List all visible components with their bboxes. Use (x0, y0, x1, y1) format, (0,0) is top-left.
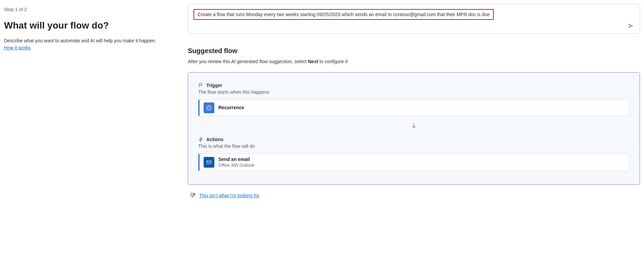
actions-header: Actions (198, 137, 630, 142)
not-looking-for-link[interactable]: This isn't what I'm looking for (199, 193, 259, 198)
subtitle-before: After you review this AI generated flow … (188, 59, 308, 64)
outlook-icon (204, 157, 214, 168)
actions-label: Actions (206, 137, 223, 142)
suggested-flow-title: Suggested flow (188, 47, 640, 55)
trigger-card-recurrence[interactable]: Recurrence (198, 99, 630, 116)
action-card-title: Send an email (218, 157, 254, 163)
step-indicator: Step 1 of 2 (4, 7, 177, 12)
flow-arrow (198, 122, 630, 130)
lightning-icon (198, 137, 204, 142)
page-subheading: Describe what you want to automate and A… (4, 38, 177, 44)
suggested-flow-panel: Trigger The flow starts when this happen… (188, 72, 640, 185)
prompt-text[interactable]: Create a flow that runs Monday every two… (194, 9, 494, 20)
send-button[interactable] (627, 22, 635, 30)
action-card-subtitle: Office 365 Outlook (218, 163, 254, 168)
trigger-label: Trigger (206, 83, 222, 88)
flag-icon (198, 83, 204, 88)
subtitle-bold: Next (308, 59, 318, 64)
page-heading: What will your flow do? (4, 20, 177, 31)
arrow-down-icon (411, 122, 417, 129)
prompt-input-container[interactable]: Create a flow that runs Monday every two… (188, 4, 640, 34)
how-it-works-link[interactable]: How it works (4, 45, 31, 50)
trigger-card-title: Recurrence (218, 105, 244, 111)
actions-desc: This is what the flow will do (198, 143, 630, 149)
trigger-desc: The flow starts when this happens (198, 89, 630, 95)
recurrence-icon (204, 102, 214, 113)
suggested-flow-subtitle: After you review this AI generated flow … (188, 59, 640, 64)
send-icon (628, 23, 634, 29)
trigger-header: Trigger (198, 83, 630, 88)
svg-rect-1 (207, 161, 211, 164)
action-card-send-email[interactable]: Send an email Office 365 Outlook (198, 154, 630, 171)
thumbs-down-icon[interactable] (190, 192, 196, 198)
subtitle-after: to configure it (318, 59, 347, 64)
